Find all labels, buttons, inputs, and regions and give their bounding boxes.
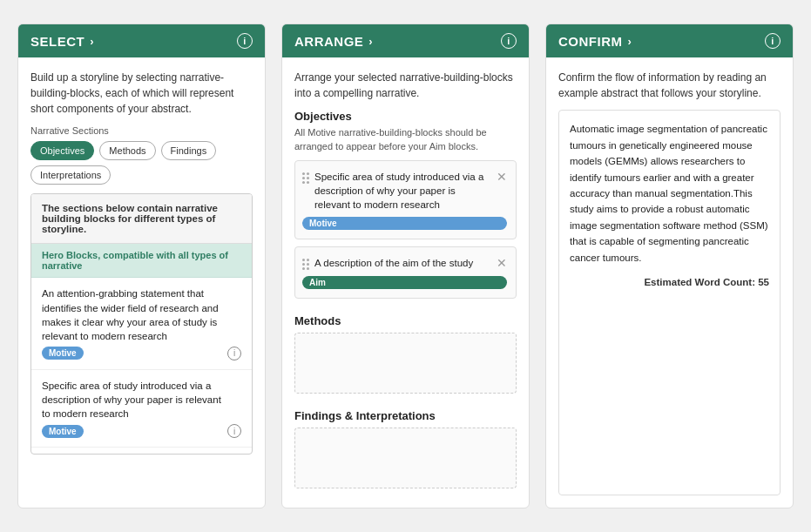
objectives-section: Objectives All Motive narrative-building… (294, 110, 517, 305)
block-item-2: Specific area of study introduced via a … (31, 370, 252, 448)
select-description: Build up a storyline by selecting narrat… (30, 70, 253, 117)
methods-label: Methods (294, 314, 517, 327)
badge-motive-1: Motive (42, 347, 84, 360)
select-panel: SELECT › i Build up a storyline by selec… (17, 24, 266, 508)
narrative-sections-label: Narrative Sections (30, 125, 253, 136)
select-chevron: › (90, 35, 94, 48)
arrange-block-text-2: A description of the aim of the study (314, 256, 488, 270)
panels-container: SELECT › i Build up a storyline by selec… (17, 24, 794, 508)
confirm-description: Confirm the flow of information by readi… (558, 70, 781, 101)
arrange-badge-aim-1: Aim (302, 276, 507, 289)
select-info-icon[interactable]: i (237, 33, 253, 49)
arrange-block-2-top: A description of the aim of the study ✕ (302, 256, 507, 270)
arrange-chevron: › (368, 35, 373, 48)
remove-icon-1[interactable]: ✕ (497, 170, 507, 184)
drag-handle-1[interactable] (302, 172, 309, 184)
arrange-label: ARRANGE (294, 34, 363, 49)
block-item-3: A statement that identifies the need the… (31, 448, 252, 455)
arrange-panel: ARRANGE › i Arrange your selected narrat… (281, 24, 530, 508)
findings-section: Findings & Interpretations (294, 409, 517, 495)
objectives-note: All Motive narrative-building-blocks sho… (294, 126, 517, 153)
arrange-header: ARRANGE › i (282, 24, 529, 57)
blocks-list: The sections below contain narrative bui… (30, 193, 253, 455)
tab-findings[interactable]: Findings (161, 141, 217, 160)
tab-methods[interactable]: Methods (99, 141, 155, 160)
block-item: An attention-grabbing statement that ide… (31, 278, 252, 369)
tabs-row: Objectives Methods Findings Interpretati… (30, 141, 253, 185)
findings-drop-zone[interactable] (294, 428, 517, 488)
confirm-info-icon[interactable]: i (765, 33, 781, 49)
arrange-description: Arrange your selected narrative-building… (294, 70, 517, 101)
objectives-title: Objectives (294, 110, 517, 123)
badge-motive-2: Motive (42, 425, 84, 438)
arrange-block-1-top: Specific area of study introduced via a … (302, 170, 507, 212)
blocks-header: The sections below contain narrative bui… (31, 194, 252, 244)
arrange-body: Arrange your selected narrative-building… (282, 57, 529, 507)
arrange-info-icon[interactable]: i (501, 33, 517, 49)
arrange-block-text-1: Specific area of study introduced via a … (314, 170, 488, 212)
methods-drop-zone[interactable] (294, 333, 517, 394)
select-label: SELECT (30, 34, 84, 49)
arrange-title-group: ARRANGE › (294, 34, 373, 49)
confirm-body: Confirm the flow of information by readi… (546, 57, 793, 507)
confirm-panel: CONFIRM › i Confirm the flow of informat… (545, 24, 794, 508)
arrange-block-1: Specific area of study introduced via a … (294, 160, 517, 239)
confirm-chevron: › (628, 35, 632, 48)
section-subheader: Hero Blocks, compatible with all types o… (31, 244, 252, 278)
block-text-1: An attention-grabbing statement that ide… (42, 286, 241, 342)
confirm-header: CONFIRM › i (546, 24, 793, 57)
tab-objectives[interactable]: Objectives (30, 141, 94, 160)
word-count: Estimated Word Count: 55 (570, 274, 769, 290)
tab-interpretations[interactable]: Interpretations (30, 165, 111, 185)
abstract-text: Automatic image segmentation of pancreat… (570, 121, 769, 266)
findings-label: Findings & Interpretations (294, 409, 517, 422)
drag-handle-2[interactable] (302, 259, 309, 270)
block-footer-1: Motive i (42, 347, 241, 360)
confirm-label: CONFIRM (558, 34, 623, 49)
methods-section: Methods (294, 314, 517, 401)
narrative-sections-area: Narrative Sections Objectives Methods Fi… (30, 125, 253, 185)
block-footer-2: Motive i (42, 424, 241, 438)
remove-icon-2[interactable]: ✕ (497, 256, 507, 270)
arrange-block-2: A description of the aim of the study ✕ … (294, 246, 517, 298)
select-body: Build up a storyline by selecting narrat… (18, 57, 265, 507)
arrange-badge-motive-1: Motive (302, 217, 507, 230)
word-count-value: 55 (758, 277, 769, 287)
block-info-icon-2[interactable]: i (227, 424, 241, 438)
block-text-2: Specific area of study introduced via a … (42, 379, 241, 421)
select-header: SELECT › i (18, 24, 265, 57)
select-title-group: SELECT › (30, 34, 94, 49)
confirm-title-group: CONFIRM › (558, 34, 632, 49)
block-info-icon-1[interactable]: i (227, 347, 241, 360)
abstract-box: Automatic image segmentation of pancreat… (558, 110, 781, 495)
word-count-label: Estimated Word Count: (644, 277, 755, 287)
